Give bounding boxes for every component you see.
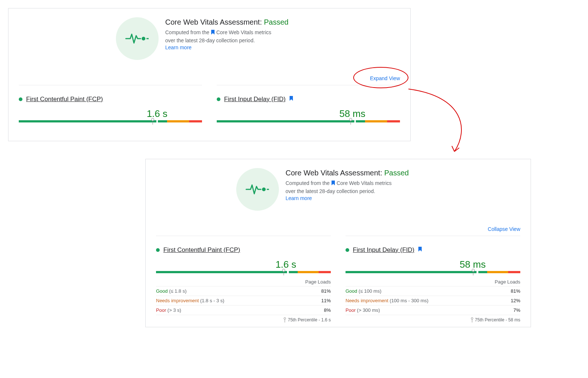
breakdown-pct: 12% <box>511 298 520 303</box>
assessment-title: Core Web Vitals Assessment: Passed <box>286 169 409 177</box>
assessment-status: Passed <box>384 169 409 177</box>
metric-value: 1.6 s <box>19 108 202 120</box>
distribution-bar <box>156 271 331 273</box>
breakdown-row: Good (≤ 100 ms)81% <box>346 286 520 296</box>
svg-point-0 <box>142 37 145 40</box>
assessment-header: Core Web Vitals Assessment: Passed Compu… <box>156 168 520 211</box>
metric-fcp: First Contentful Paint (FCP) 1.6 s <box>19 85 202 122</box>
bookmark-icon <box>418 246 422 254</box>
bookmark-icon <box>211 29 215 37</box>
assessment-description: Computed from the Core Web Vitals metric… <box>286 179 409 195</box>
assessment-header: Core Web Vitals Assessment: Passed Compu… <box>19 17 400 60</box>
metric-name-link[interactable]: First Contentful Paint (FCP) <box>26 96 103 103</box>
percentile-marker <box>282 269 286 275</box>
assessment-status: Passed <box>264 18 288 26</box>
breakdown-header: Page Loads <box>346 277 520 286</box>
learn-more-link[interactable]: Learn more <box>165 44 192 50</box>
expand-view-link[interactable]: Expand View <box>370 75 400 81</box>
status-dot-good <box>346 248 349 252</box>
breakdown-header: Page Loads <box>156 277 331 286</box>
learn-more-link[interactable]: Learn more <box>286 195 312 201</box>
status-dot-good <box>19 97 22 101</box>
breakdown-row: Poor (> 300 ms)7% <box>346 306 520 315</box>
metric-value: 58 ms <box>217 108 400 120</box>
svg-rect-1 <box>146 38 149 39</box>
percentile-marker <box>151 118 155 125</box>
breakdown-row: Needs improvement (100 ms - 300 ms)12% <box>346 296 520 306</box>
breakdown-row: Needs improvement (1.8 s - 3 s)11% <box>156 296 331 306</box>
svg-point-4 <box>349 118 352 121</box>
svg-point-14 <box>471 318 473 320</box>
assessment-description: Computed from the Core Web Vitals metric… <box>165 29 288 44</box>
collapse-view-link[interactable]: Collapse View <box>488 226 520 232</box>
svg-point-12 <box>472 269 474 272</box>
status-dot-good <box>217 97 220 101</box>
marker-icon <box>283 317 286 322</box>
metric-fid: First Input Delay (FID) 58 ms <box>217 85 400 122</box>
breakdown-table: Page LoadsGood (≤ 1.8 s)81%Needs improve… <box>156 277 331 322</box>
distribution-bar <box>217 120 400 122</box>
assessment-title: Core Web Vitals Assessment: Passed <box>165 18 288 26</box>
percentile-footer: 75th Percentile - 58 ms <box>346 317 520 322</box>
metric-fcp: First Contentful Paint (FCP) 1.6 s Page … <box>156 236 331 322</box>
breakdown-pct: 81% <box>511 288 520 294</box>
cwv-panel-collapsed: Core Web Vitals Assessment: Passed Compu… <box>8 8 411 141</box>
percentile-marker <box>471 269 475 275</box>
svg-point-2 <box>151 118 154 121</box>
distribution-bar <box>346 271 520 273</box>
metric-value: 1.6 s <box>156 259 331 270</box>
breakdown-row: Good (≤ 1.8 s)81% <box>156 286 331 296</box>
breakdown-pct: 81% <box>321 288 331 294</box>
percentile-marker <box>349 118 353 125</box>
metric-fid: First Input Delay (FID) 58 ms Page Loads… <box>346 236 520 322</box>
breakdown-table: Page LoadsGood (≤ 100 ms)81%Needs improv… <box>346 277 520 322</box>
svg-point-6 <box>262 188 266 191</box>
bookmark-icon <box>331 180 335 188</box>
vitals-icon <box>116 17 159 60</box>
vitals-icon <box>236 168 279 211</box>
distribution-bar <box>19 120 202 122</box>
svg-point-8 <box>282 269 285 272</box>
marker-icon <box>471 317 474 322</box>
metric-name-link[interactable]: First Input Delay (FID) <box>353 246 414 254</box>
bookmark-icon <box>289 96 293 103</box>
breakdown-pct: 7% <box>513 307 520 313</box>
percentile-footer: 75th Percentile - 1.6 s <box>156 317 331 322</box>
status-dot-good <box>156 248 160 252</box>
metric-name-link[interactable]: First Input Delay (FID) <box>224 96 286 103</box>
svg-point-10 <box>284 318 286 320</box>
breakdown-pct: 11% <box>321 298 331 303</box>
breakdown-pct: 8% <box>324 307 331 313</box>
breakdown-row: Poor (> 3 s)8% <box>156 306 331 315</box>
metric-name-link[interactable]: First Contentful Paint (FCP) <box>163 246 240 254</box>
cwv-panel-expanded: Core Web Vitals Assessment: Passed Compu… <box>145 159 531 327</box>
metric-value: 58 ms <box>346 259 520 270</box>
svg-rect-7 <box>267 189 269 190</box>
